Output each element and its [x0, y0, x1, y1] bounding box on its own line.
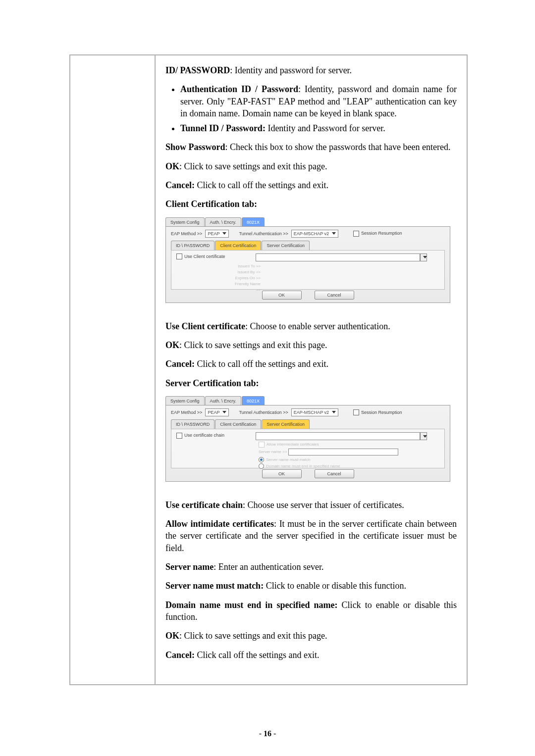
ok-h3: OK: [165, 631, 179, 641]
pagenum-suffix: -: [271, 729, 276, 738]
tunnel-auth-select[interactable]: EAP-MSCHAP v2: [291, 230, 338, 238]
checkbox-icon: [353, 409, 359, 415]
bullet-auth: Authentication ID / Password: Identity, …: [180, 83, 457, 119]
subtab-server-cert[interactable]: Server Certification: [262, 241, 310, 250]
para-cancel2: Cancel: Click to call off the settings a…: [165, 358, 457, 370]
para-showpw: Show Password: Check this box to show th…: [165, 141, 457, 153]
tab-8021x[interactable]: 8021X: [242, 396, 265, 405]
ok-button[interactable]: OK: [262, 291, 302, 300]
ok-button[interactable]: OK: [262, 469, 302, 478]
chevron-down-icon: [423, 435, 427, 438]
doc-table-frame: ID/ PASSWORD: Identity and password for …: [69, 54, 468, 685]
ok-t2: : Click to save settings and exit this p…: [179, 340, 327, 350]
chevron-down-icon: [332, 232, 336, 235]
tab-system-config[interactable]: System Config: [165, 217, 205, 226]
radio-match-label: Server name must match: [266, 457, 310, 462]
radio-domain-row[interactable]: Domain name must end in specified name: [259, 463, 398, 469]
tunnel-h: Tunnel ID / Password:: [180, 123, 266, 133]
server-tab-h: Server Certification tab:: [165, 378, 259, 388]
match-t: Click to enable or disable this function…: [264, 581, 406, 591]
domain-h: Domain name must end in specified name:: [165, 600, 338, 610]
ok-h2: OK: [165, 340, 179, 350]
para-cancel1: Cancel: Click to call off the settings a…: [165, 179, 457, 191]
para-allow: Allow intimidate certificates: It must b…: [165, 518, 457, 554]
para-idpw: ID/ PASSWORD: Identity and password for …: [165, 64, 457, 76]
checkbox-icon: [176, 433, 182, 439]
table-left-col: [70, 55, 156, 684]
allow-h: Allow intimidate certificates: [165, 519, 274, 529]
client-tab-h: Client Certification tab:: [165, 199, 257, 209]
eap-method-select[interactable]: PEAP: [205, 230, 229, 238]
use-cert-chain-option[interactable]: Use certificate chain: [176, 433, 224, 438]
tab-system-config[interactable]: System Config: [165, 396, 205, 405]
ok-t1: : Click to save settings and exit this p…: [179, 161, 327, 171]
para-usechain: Use certificate chain: Choose use server…: [165, 499, 457, 511]
radio-match-row[interactable]: Server name must match: [259, 456, 398, 463]
radio-icon: [259, 457, 264, 462]
checkbox-icon: [259, 442, 265, 448]
eap-method-select[interactable]: PEAP: [205, 408, 229, 416]
para-ok1: OK: Click to save settings and exit this…: [165, 160, 457, 172]
cancel-t3: Click call off the settings and exit.: [195, 650, 320, 660]
tab-auth-encry[interactable]: Auth. \ Encry.: [205, 396, 241, 405]
allow-inter-option[interactable]: Allow intermediate certificates: [259, 441, 398, 448]
auth-h: Authentication ID / Password: [180, 84, 298, 94]
tab-8021x[interactable]: 8021X: [242, 217, 265, 226]
screenshot-client-cert: System Config Auth. \ Encry. 8021X EAP M…: [165, 217, 450, 311]
cancel-t1: Click to call off the settings and exit.: [195, 180, 328, 190]
subtab-id-password[interactable]: ID \ PASSWORD: [171, 419, 214, 429]
cancel-h1: Cancel:: [165, 180, 195, 190]
chevron-down-icon: [423, 256, 427, 258]
bullet-tunnel: Tunnel ID / Password: Identity and Passw…: [180, 122, 457, 134]
pagenum-prefix: -: [259, 729, 264, 738]
tunnel-auth-select[interactable]: EAP-MSCHAP v2: [291, 408, 338, 416]
screenshot-server-cert: System Config Auth. \ Encry. 8021X EAP M…: [165, 396, 450, 490]
para-ok2: OK: Click to save settings and exit this…: [165, 339, 457, 351]
pagenum-value: 16: [264, 729, 271, 738]
expires-label: Expires On >>: [231, 275, 261, 281]
match-h: Server name must match:: [165, 581, 264, 591]
server-name-label: Server name >>: [259, 450, 287, 454]
allow-inter-label: Allow intermediate certificates: [267, 442, 319, 447]
ca-select[interactable]: [256, 432, 420, 440]
checkbox-icon: [353, 231, 359, 237]
use-client-cert-option[interactable]: Use Client certificate: [176, 254, 225, 259]
usechain-t: : Choose use server that issuer of certi…: [243, 500, 404, 510]
cancel-button[interactable]: Cancel: [315, 469, 354, 478]
client-cert-dropdown[interactable]: [420, 253, 427, 261]
session-resumption-option[interactable]: Session Resumption: [353, 230, 402, 237]
para-cancel3: Cancel: Click call off the settings and …: [165, 649, 457, 661]
subtab-id-password[interactable]: ID \ PASSWORD: [171, 241, 214, 250]
tab-auth-encry[interactable]: Auth. \ Encry.: [205, 217, 241, 226]
subtab-client-cert[interactable]: Client Certification: [215, 419, 261, 429]
subtab-server-cert[interactable]: Server Certification: [262, 419, 310, 429]
table-right-col: ID/ PASSWORD: Identity and password for …: [156, 55, 467, 684]
cancel-button[interactable]: Cancel: [315, 291, 354, 300]
usechain-h: Use certificate chain: [165, 500, 243, 510]
idpw-h: ID/ PASSWORD: [165, 65, 230, 75]
eap-method-value: PEAP: [208, 231, 219, 237]
subpanel-server-cert: Use certificate chain Allow intermediate…: [171, 429, 445, 468]
session-resumption-option[interactable]: Session Resumption: [353, 409, 402, 416]
client-cert-select[interactable]: [256, 253, 420, 261]
chevron-down-icon: [222, 411, 226, 413]
eap-method-value: PEAP: [208, 409, 219, 415]
tunnel-auth-value: EAP-MSCHAP v2: [294, 231, 329, 237]
tunnel-auth-label: Tunnel Authentication >>: [239, 409, 288, 415]
para-usecert: Use Client certificate: Choose to enable…: [165, 320, 457, 332]
issued-to-label: Issued To >>: [231, 263, 261, 269]
para-match: Server name must match: Click to enable …: [165, 580, 457, 592]
use-client-cert-label: Use Client certificate: [184, 254, 225, 259]
idpw-t: : Identity and password for server.: [230, 65, 352, 75]
radio-domain-label: Domain name must end in specified name: [266, 464, 340, 468]
server-name-row: Server name >>: [259, 449, 398, 455]
ok-h1: OK: [165, 161, 179, 171]
subtab-client-cert[interactable]: Client Certification: [215, 241, 261, 250]
ca-dropdown[interactable]: [420, 432, 427, 440]
showpw-t: : Check this box to show the passwords t…: [225, 142, 451, 152]
chevron-down-icon: [222, 232, 226, 235]
cancel-h3: Cancel:: [165, 650, 195, 660]
panel-8021x: EAP Method >> PEAP Tunnel Authentication…: [165, 405, 450, 482]
srvname-h: Server name: [165, 562, 214, 572]
server-name-input[interactable]: [288, 449, 398, 455]
